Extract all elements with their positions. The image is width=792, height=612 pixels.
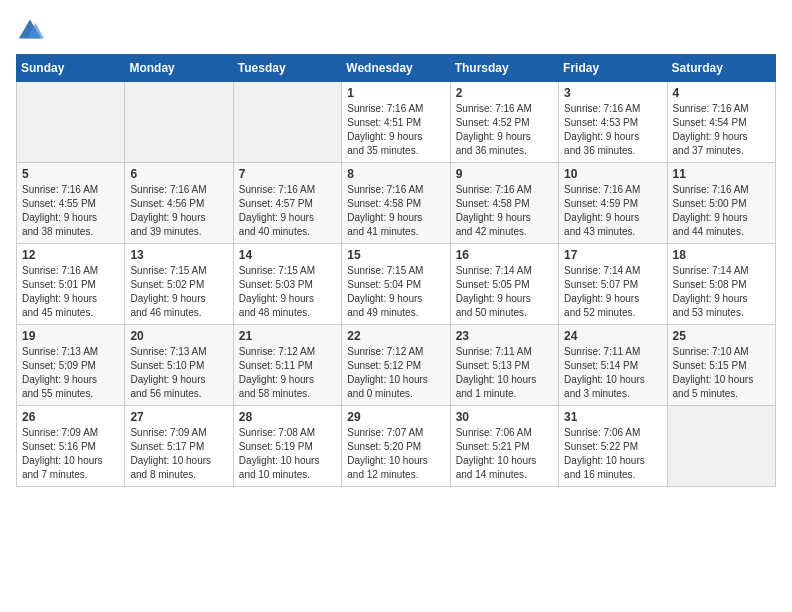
calendar-cell: 29Sunrise: 7:07 AM Sunset: 5:20 PM Dayli…	[342, 406, 450, 487]
weekday-header: Tuesday	[233, 55, 341, 82]
calendar-cell: 19Sunrise: 7:13 AM Sunset: 5:09 PM Dayli…	[17, 325, 125, 406]
day-detail: Sunrise: 7:13 AM Sunset: 5:10 PM Dayligh…	[130, 345, 227, 401]
day-number: 12	[22, 248, 119, 262]
calendar-cell: 14Sunrise: 7:15 AM Sunset: 5:03 PM Dayli…	[233, 244, 341, 325]
day-number: 13	[130, 248, 227, 262]
day-number: 9	[456, 167, 553, 181]
calendar-cell: 20Sunrise: 7:13 AM Sunset: 5:10 PM Dayli…	[125, 325, 233, 406]
day-detail: Sunrise: 7:13 AM Sunset: 5:09 PM Dayligh…	[22, 345, 119, 401]
day-number: 18	[673, 248, 770, 262]
day-number: 26	[22, 410, 119, 424]
weekday-header: Thursday	[450, 55, 558, 82]
page-header	[16, 16, 776, 44]
day-number: 22	[347, 329, 444, 343]
calendar-cell: 10Sunrise: 7:16 AM Sunset: 4:59 PM Dayli…	[559, 163, 667, 244]
calendar-cell: 16Sunrise: 7:14 AM Sunset: 5:05 PM Dayli…	[450, 244, 558, 325]
weekday-header: Monday	[125, 55, 233, 82]
day-number: 17	[564, 248, 661, 262]
weekday-header: Wednesday	[342, 55, 450, 82]
day-detail: Sunrise: 7:14 AM Sunset: 5:08 PM Dayligh…	[673, 264, 770, 320]
day-detail: Sunrise: 7:11 AM Sunset: 5:14 PM Dayligh…	[564, 345, 661, 401]
day-number: 11	[673, 167, 770, 181]
calendar-cell: 12Sunrise: 7:16 AM Sunset: 5:01 PM Dayli…	[17, 244, 125, 325]
day-detail: Sunrise: 7:16 AM Sunset: 4:56 PM Dayligh…	[130, 183, 227, 239]
calendar-cell: 1Sunrise: 7:16 AM Sunset: 4:51 PM Daylig…	[342, 82, 450, 163]
day-detail: Sunrise: 7:12 AM Sunset: 5:12 PM Dayligh…	[347, 345, 444, 401]
calendar-cell	[125, 82, 233, 163]
calendar-cell: 11Sunrise: 7:16 AM Sunset: 5:00 PM Dayli…	[667, 163, 775, 244]
calendar-cell: 25Sunrise: 7:10 AM Sunset: 5:15 PM Dayli…	[667, 325, 775, 406]
day-number: 23	[456, 329, 553, 343]
calendar-cell: 9Sunrise: 7:16 AM Sunset: 4:58 PM Daylig…	[450, 163, 558, 244]
logo	[16, 16, 48, 44]
day-number: 27	[130, 410, 227, 424]
day-detail: Sunrise: 7:16 AM Sunset: 4:55 PM Dayligh…	[22, 183, 119, 239]
calendar-cell: 3Sunrise: 7:16 AM Sunset: 4:53 PM Daylig…	[559, 82, 667, 163]
day-number: 28	[239, 410, 336, 424]
calendar-cell: 15Sunrise: 7:15 AM Sunset: 5:04 PM Dayli…	[342, 244, 450, 325]
day-detail: Sunrise: 7:15 AM Sunset: 5:04 PM Dayligh…	[347, 264, 444, 320]
calendar-cell: 8Sunrise: 7:16 AM Sunset: 4:58 PM Daylig…	[342, 163, 450, 244]
day-detail: Sunrise: 7:14 AM Sunset: 5:07 PM Dayligh…	[564, 264, 661, 320]
calendar-cell: 6Sunrise: 7:16 AM Sunset: 4:56 PM Daylig…	[125, 163, 233, 244]
calendar-week-row: 19Sunrise: 7:13 AM Sunset: 5:09 PM Dayli…	[17, 325, 776, 406]
calendar-cell: 2Sunrise: 7:16 AM Sunset: 4:52 PM Daylig…	[450, 82, 558, 163]
calendar-cell: 27Sunrise: 7:09 AM Sunset: 5:17 PM Dayli…	[125, 406, 233, 487]
day-number: 3	[564, 86, 661, 100]
day-detail: Sunrise: 7:08 AM Sunset: 5:19 PM Dayligh…	[239, 426, 336, 482]
calendar-cell: 28Sunrise: 7:08 AM Sunset: 5:19 PM Dayli…	[233, 406, 341, 487]
calendar-cell	[667, 406, 775, 487]
weekday-header-row: SundayMondayTuesdayWednesdayThursdayFrid…	[17, 55, 776, 82]
day-number: 29	[347, 410, 444, 424]
day-detail: Sunrise: 7:15 AM Sunset: 5:02 PM Dayligh…	[130, 264, 227, 320]
day-number: 15	[347, 248, 444, 262]
day-detail: Sunrise: 7:16 AM Sunset: 4:58 PM Dayligh…	[347, 183, 444, 239]
day-detail: Sunrise: 7:16 AM Sunset: 4:53 PM Dayligh…	[564, 102, 661, 158]
day-number: 8	[347, 167, 444, 181]
calendar-cell: 7Sunrise: 7:16 AM Sunset: 4:57 PM Daylig…	[233, 163, 341, 244]
calendar-week-row: 26Sunrise: 7:09 AM Sunset: 5:16 PM Dayli…	[17, 406, 776, 487]
calendar-week-row: 1Sunrise: 7:16 AM Sunset: 4:51 PM Daylig…	[17, 82, 776, 163]
day-number: 24	[564, 329, 661, 343]
calendar-cell	[233, 82, 341, 163]
day-number: 19	[22, 329, 119, 343]
day-detail: Sunrise: 7:14 AM Sunset: 5:05 PM Dayligh…	[456, 264, 553, 320]
day-number: 20	[130, 329, 227, 343]
calendar-cell: 4Sunrise: 7:16 AM Sunset: 4:54 PM Daylig…	[667, 82, 775, 163]
day-detail: Sunrise: 7:12 AM Sunset: 5:11 PM Dayligh…	[239, 345, 336, 401]
calendar-cell: 24Sunrise: 7:11 AM Sunset: 5:14 PM Dayli…	[559, 325, 667, 406]
weekday-header: Friday	[559, 55, 667, 82]
day-detail: Sunrise: 7:09 AM Sunset: 5:17 PM Dayligh…	[130, 426, 227, 482]
day-detail: Sunrise: 7:06 AM Sunset: 5:22 PM Dayligh…	[564, 426, 661, 482]
calendar-cell: 26Sunrise: 7:09 AM Sunset: 5:16 PM Dayli…	[17, 406, 125, 487]
day-detail: Sunrise: 7:11 AM Sunset: 5:13 PM Dayligh…	[456, 345, 553, 401]
calendar-cell: 17Sunrise: 7:14 AM Sunset: 5:07 PM Dayli…	[559, 244, 667, 325]
day-detail: Sunrise: 7:16 AM Sunset: 4:51 PM Dayligh…	[347, 102, 444, 158]
day-detail: Sunrise: 7:16 AM Sunset: 4:58 PM Dayligh…	[456, 183, 553, 239]
calendar-cell: 31Sunrise: 7:06 AM Sunset: 5:22 PM Dayli…	[559, 406, 667, 487]
day-detail: Sunrise: 7:07 AM Sunset: 5:20 PM Dayligh…	[347, 426, 444, 482]
day-detail: Sunrise: 7:16 AM Sunset: 4:52 PM Dayligh…	[456, 102, 553, 158]
calendar-cell	[17, 82, 125, 163]
day-detail: Sunrise: 7:16 AM Sunset: 5:00 PM Dayligh…	[673, 183, 770, 239]
calendar-week-row: 12Sunrise: 7:16 AM Sunset: 5:01 PM Dayli…	[17, 244, 776, 325]
day-number: 7	[239, 167, 336, 181]
calendar-cell: 21Sunrise: 7:12 AM Sunset: 5:11 PM Dayli…	[233, 325, 341, 406]
day-number: 16	[456, 248, 553, 262]
day-number: 10	[564, 167, 661, 181]
day-number: 5	[22, 167, 119, 181]
calendar-cell: 23Sunrise: 7:11 AM Sunset: 5:13 PM Dayli…	[450, 325, 558, 406]
day-detail: Sunrise: 7:16 AM Sunset: 4:54 PM Dayligh…	[673, 102, 770, 158]
day-detail: Sunrise: 7:06 AM Sunset: 5:21 PM Dayligh…	[456, 426, 553, 482]
calendar-cell: 22Sunrise: 7:12 AM Sunset: 5:12 PM Dayli…	[342, 325, 450, 406]
calendar-cell: 5Sunrise: 7:16 AM Sunset: 4:55 PM Daylig…	[17, 163, 125, 244]
calendar-cell: 13Sunrise: 7:15 AM Sunset: 5:02 PM Dayli…	[125, 244, 233, 325]
day-detail: Sunrise: 7:15 AM Sunset: 5:03 PM Dayligh…	[239, 264, 336, 320]
day-number: 25	[673, 329, 770, 343]
day-number: 21	[239, 329, 336, 343]
weekday-header: Sunday	[17, 55, 125, 82]
day-detail: Sunrise: 7:09 AM Sunset: 5:16 PM Dayligh…	[22, 426, 119, 482]
day-detail: Sunrise: 7:10 AM Sunset: 5:15 PM Dayligh…	[673, 345, 770, 401]
calendar-table: SundayMondayTuesdayWednesdayThursdayFrid…	[16, 54, 776, 487]
day-detail: Sunrise: 7:16 AM Sunset: 5:01 PM Dayligh…	[22, 264, 119, 320]
